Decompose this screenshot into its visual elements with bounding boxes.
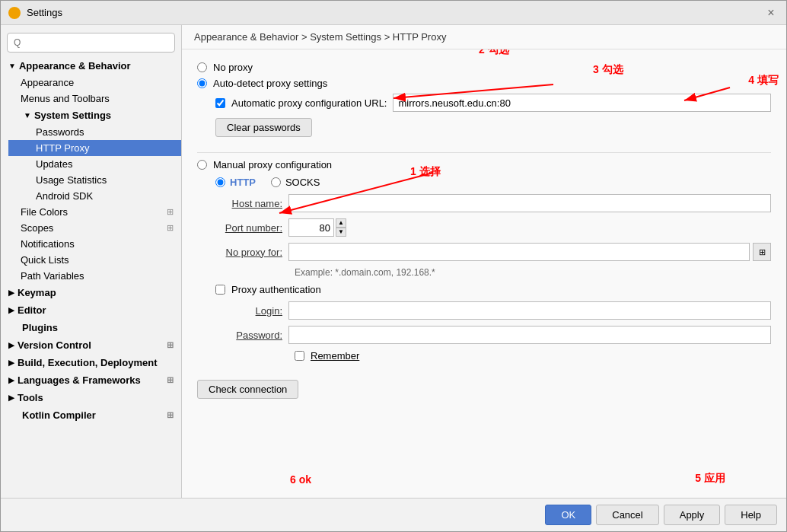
port-spinner: ▲ ▼ (336, 218, 346, 237)
http-option[interactable]: HTTP (215, 177, 256, 188)
window-title: Settings (27, 7, 62, 18)
chevron-down-icon: ▼ (8, 62, 16, 70)
protocol-row: HTTP SOCKS (197, 177, 771, 188)
main-content: Appearance & Behavior > System Settings … (182, 25, 786, 498)
login-input[interactable] (288, 301, 771, 320)
annotation-step2: 2 勾选 (479, 49, 509, 57)
sidebar-item-updates[interactable]: Updates (8, 156, 181, 172)
sidebar-item-menus-toolbars[interactable]: Menus and Toolbars (1, 91, 181, 107)
proxy-settings-panel: No proxy Auto-detect proxy settings Auto… (182, 49, 786, 498)
check-connection-button[interactable]: Check connection (197, 380, 298, 399)
manual-proxy-option[interactable]: Manual proxy configuration (197, 159, 771, 170)
auto-detect-label[interactable]: Auto-detect proxy settings (213, 78, 327, 89)
auto-detect-option[interactable]: Auto-detect proxy settings (197, 78, 771, 89)
auto-detect-radio[interactable] (197, 78, 207, 88)
proxy-url-input[interactable] (393, 94, 771, 112)
sidebar: ▼ Appearance & Behavior Appearance Menus… (1, 25, 182, 498)
host-name-row: Host name: (197, 194, 771, 212)
content-area: ▼ Appearance & Behavior Appearance Menus… (1, 25, 786, 498)
sidebar-item-android-sdk[interactable]: Android SDK (8, 188, 181, 204)
sidebar-item-keymap[interactable]: ▶ Keymap (1, 284, 181, 301)
login-row: Login: (197, 301, 771, 320)
sidebar-item-appearance-behavior[interactable]: ▼ Appearance & Behavior (1, 57, 181, 75)
password-row: Password: (197, 326, 771, 344)
apply-button[interactable]: Apply (664, 505, 721, 525)
help-button[interactable]: Help (725, 505, 777, 525)
port-number-label: Port number: (197, 222, 288, 234)
sidebar-item-build-execution[interactable]: ▶ Build, Execution, Deployment (1, 354, 181, 371)
host-name-input[interactable] (288, 194, 771, 212)
no-proxy-label[interactable]: No proxy (213, 62, 253, 73)
http-radio[interactable] (215, 177, 225, 187)
sidebar-item-kotlin-compiler[interactable]: Kotlin Compiler ⊞ (1, 406, 181, 424)
http-label[interactable]: HTTP (230, 177, 256, 188)
version-control-icon: ⊞ (167, 340, 174, 350)
sidebar-item-plugins[interactable]: Plugins (1, 319, 181, 336)
search-input[interactable] (7, 33, 175, 53)
proxy-auth-checkbox[interactable] (215, 285, 225, 295)
sidebar-item-appearance[interactable]: Appearance (1, 75, 181, 91)
sidebar-item-editor[interactable]: ▶ Editor (1, 301, 181, 319)
no-proxy-for-label: No proxy for: (197, 247, 288, 258)
divider (197, 152, 771, 153)
chevron-down-icon: ▼ (24, 111, 31, 119)
title-bar: Settings × (1, 1, 786, 25)
auto-config-label[interactable]: Automatic proxy configuration URL: (231, 97, 387, 109)
bottom-bar: 6 ok 5 应用 OK Cancel Apply Help (1, 498, 786, 531)
port-up-button[interactable]: ▲ (336, 218, 346, 228)
sidebar-item-notifications[interactable]: Notifications (1, 236, 181, 252)
example-text: Example: *.domain.com, 192.168.* (295, 267, 771, 278)
port-number-row: Port number: ▲ ▼ (197, 218, 771, 237)
manual-proxy-label[interactable]: Manual proxy configuration (213, 159, 332, 170)
chevron-right-icon: ▶ (8, 358, 14, 367)
proxy-auth-label[interactable]: Proxy authentication (231, 284, 321, 295)
file-colors-icon: ⊞ (167, 207, 174, 217)
password-input[interactable] (288, 326, 771, 344)
sidebar-item-passwords[interactable]: Passwords (8, 124, 181, 140)
clear-passwords-button[interactable]: Clear passwords (215, 118, 312, 137)
sidebar-item-system-settings[interactable]: ▼ System Settings (8, 107, 181, 124)
no-proxy-browse-button[interactable]: ⊞ (753, 243, 771, 261)
socks-option[interactable]: SOCKS (271, 177, 320, 188)
remember-label[interactable]: Remember (311, 350, 359, 362)
port-number-input[interactable] (288, 218, 334, 237)
sidebar-item-file-colors[interactable]: File Colors ⊞ (1, 204, 181, 220)
cancel-button[interactable]: Cancel (596, 505, 658, 525)
scopes-icon: ⊞ (167, 223, 174, 233)
password-label: Password: (197, 330, 288, 341)
socks-label[interactable]: SOCKS (285, 177, 320, 188)
chevron-right-icon: ▶ (8, 341, 14, 349)
auto-config-checkbox[interactable] (215, 98, 225, 108)
proxy-auth-row: Proxy authentication (197, 284, 771, 295)
socks-radio[interactable] (271, 177, 281, 187)
remember-row: Remember (197, 350, 771, 362)
manual-proxy-radio[interactable] (197, 160, 207, 170)
chevron-right-icon: ▶ (8, 393, 14, 402)
port-down-button[interactable]: ▼ (336, 228, 346, 237)
sidebar-item-scopes[interactable]: Scopes ⊞ (1, 220, 181, 236)
sidebar-item-path-variables[interactable]: Path Variables (1, 268, 181, 284)
auto-config-block: Automatic proxy configuration URL: (197, 94, 771, 112)
sidebar-item-version-control[interactable]: ▶ Version Control ⊞ (1, 336, 181, 354)
title-bar-left: Settings (8, 7, 62, 19)
sidebar-item-http-proxy[interactable]: HTTP Proxy (8, 140, 181, 156)
no-proxy-radio[interactable] (197, 62, 207, 72)
no-proxy-for-input[interactable] (288, 243, 750, 261)
app-icon (8, 7, 21, 19)
no-proxy-for-row: No proxy for: ⊞ (197, 243, 771, 261)
sidebar-item-tools[interactable]: ▶ Tools (1, 389, 181, 406)
remember-checkbox[interactable] (295, 351, 304, 361)
breadcrumb: Appearance & Behavior > System Settings … (182, 25, 786, 49)
host-name-label: Host name: (197, 198, 288, 209)
ok-button[interactable]: OK (545, 505, 591, 525)
close-button[interactable]: × (763, 5, 779, 21)
sidebar-item-languages-frameworks[interactable]: ▶ Languages & Frameworks ⊞ (1, 371, 181, 389)
sidebar-item-usage-statistics[interactable]: Usage Statistics (8, 172, 181, 188)
no-proxy-option[interactable]: No proxy (197, 62, 771, 73)
no-proxy-for-wrap: ⊞ (288, 243, 771, 261)
chevron-right-icon: ▶ (8, 288, 14, 297)
kotlin-icon: ⊞ (167, 410, 174, 420)
chevron-right-icon: ▶ (8, 376, 14, 384)
sidebar-item-quick-lists[interactable]: Quick Lists (1, 252, 181, 268)
system-settings-section: ▼ System Settings Passwords HTTP Proxy U… (1, 107, 181, 204)
